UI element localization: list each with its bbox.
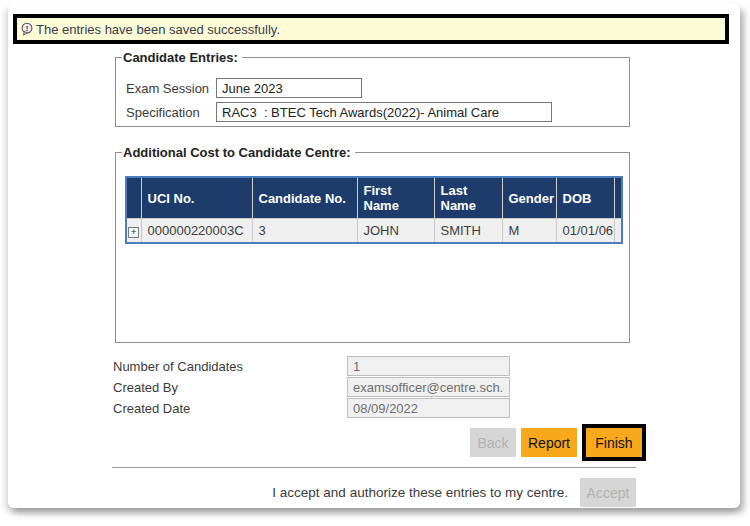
- first-name-column-header: First Name: [357, 177, 434, 219]
- expander-column-header: [126, 177, 141, 219]
- first-name-cell: JOHN: [357, 219, 434, 243]
- exam-session-input[interactable]: [216, 78, 362, 98]
- additional-cost-fieldset: Additional Cost to Candidate Centre: UCI…: [115, 145, 630, 343]
- page-card: ! The entries have been saved successful…: [8, 4, 740, 508]
- specification-input[interactable]: [216, 102, 552, 122]
- candidate-entries-fieldset: Candidate Entries: Exam Session Specific…: [115, 50, 630, 127]
- success-banner: ! The entries have been saved successful…: [13, 14, 729, 44]
- dob-column-header: DOB: [556, 177, 614, 219]
- summary-section: Number of Candidates Created By Created …: [113, 356, 533, 419]
- specification-label: Specification: [126, 105, 216, 120]
- uci-column-header: UCI No.: [141, 177, 252, 219]
- created-by-label: Created By: [113, 380, 347, 395]
- additional-cost-legend: Additional Cost to Candidate Centre:: [122, 145, 355, 160]
- candidate-no-cell: 3: [252, 219, 357, 243]
- created-date-input[interactable]: [347, 398, 510, 418]
- created-by-input[interactable]: [347, 377, 510, 397]
- gender-cell: M: [502, 219, 556, 243]
- screenshot-stage: ! The entries have been saved successful…: [0, 0, 750, 526]
- last-name-cell: SMITH: [434, 219, 502, 243]
- uci-cell: 000000220003C: [141, 219, 252, 243]
- back-button[interactable]: Back: [470, 428, 516, 457]
- footer-divider: [112, 467, 636, 468]
- expand-row-button[interactable]: +: [128, 227, 139, 238]
- candidates-table: UCI No. Candidate No. First Name Last Na…: [125, 176, 623, 244]
- candidate-entries-legend: Candidate Entries:: [122, 50, 242, 65]
- exam-session-label: Exam Session: [126, 81, 216, 96]
- table-header-row: UCI No. Candidate No. First Name Last Na…: [126, 177, 622, 219]
- report-button[interactable]: Report: [521, 428, 577, 457]
- dob-cell: 01/01/06: [556, 219, 614, 243]
- created-date-label: Created Date: [113, 401, 347, 416]
- expander-cell: +: [126, 219, 141, 243]
- svg-text:!: !: [26, 24, 29, 33]
- gender-column-header: Gender: [502, 177, 556, 219]
- table-row: + 000000220003C 3 JOHN SMITH M 01/01/06: [126, 219, 622, 243]
- finish-button-highlight: Finish: [582, 424, 646, 461]
- number-of-candidates-input[interactable]: [347, 356, 510, 376]
- info-bubble-icon: !: [20, 22, 34, 36]
- last-name-column-header: Last Name: [434, 177, 502, 219]
- finish-button[interactable]: Finish: [586, 428, 642, 457]
- end-column-header: [614, 177, 622, 219]
- banner-message: The entries have been saved successfully…: [36, 22, 280, 37]
- candidate-no-column-header: Candidate No.: [252, 177, 357, 219]
- accept-statement: I accept and authorize these entries to …: [272, 485, 568, 500]
- end-cell: [614, 219, 622, 243]
- accept-button[interactable]: Accept: [580, 478, 636, 507]
- accept-section: I accept and authorize these entries to …: [112, 478, 636, 507]
- action-buttons: Back Report Finish: [470, 424, 646, 461]
- number-of-candidates-label: Number of Candidates: [113, 359, 347, 374]
